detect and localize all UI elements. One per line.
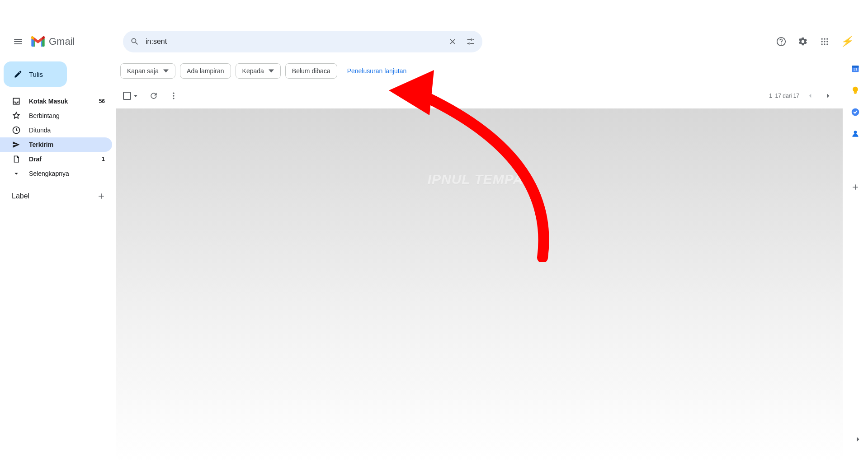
- sidebar-item-label: Ditunda: [29, 127, 105, 134]
- advanced-search-link[interactable]: Penelusuran lanjutan: [347, 67, 407, 75]
- svg-point-9: [821, 43, 823, 45]
- refresh-button[interactable]: [146, 88, 162, 104]
- apps-icon: [820, 37, 829, 46]
- sidebar-item-more[interactable]: Selengkapnya: [0, 166, 112, 181]
- chevron-down-icon: [269, 68, 274, 74]
- list-toolbar: 1–17 dari 17: [116, 85, 843, 108]
- keep-icon: [851, 86, 860, 95]
- app-title: Gmail: [49, 36, 75, 47]
- chip-has-attachment[interactable]: Ada lampiran: [180, 63, 231, 79]
- account-avatar-icon: ⚡: [840, 36, 853, 47]
- pagination-text: 1–17 dari 17: [769, 93, 799, 99]
- main-panel: Kapan saja Ada lampiran Kepada Belum dib…: [116, 56, 843, 461]
- file-icon: [12, 155, 21, 164]
- svg-point-13: [173, 93, 174, 94]
- pencil-icon: [14, 70, 23, 79]
- side-panel: 31: [843, 56, 868, 461]
- watermark-text: IPNUL TEMPAT: [428, 172, 531, 187]
- keep-app-button[interactable]: [851, 86, 860, 95]
- inbox-icon: [12, 97, 21, 106]
- chip-label: Belum dibaca: [292, 67, 330, 75]
- svg-rect-19: [854, 93, 857, 94]
- chip-to[interactable]: Kepada: [236, 63, 281, 79]
- calendar-icon: 31: [851, 64, 860, 73]
- svg-point-4: [824, 38, 825, 40]
- sidebar-item-snoozed[interactable]: Ditunda: [0, 123, 112, 137]
- gmail-icon: [31, 36, 45, 47]
- svg-point-6: [821, 41, 823, 42]
- sidebar-item-count: 56: [99, 98, 105, 104]
- svg-point-10: [824, 43, 825, 45]
- gear-icon: [798, 37, 808, 47]
- close-icon: [448, 37, 457, 46]
- send-icon: [12, 140, 21, 149]
- page-prev-button[interactable]: [803, 89, 817, 103]
- plus-icon: [97, 192, 106, 201]
- chevron-right-icon: [854, 435, 863, 444]
- sidebar-item-label: Berbintang: [29, 112, 105, 119]
- clear-search-button[interactable]: [443, 33, 462, 51]
- svg-point-3: [821, 38, 823, 40]
- chip-label: Kepada: [242, 67, 264, 75]
- select-all-control[interactable]: [123, 92, 137, 100]
- compose-label: Tulis: [29, 71, 43, 78]
- filter-chips-row: Kapan saja Ada lampiran Kepada Belum dib…: [116, 56, 843, 85]
- contacts-icon: [851, 129, 860, 138]
- star-icon: [12, 111, 21, 120]
- support-button[interactable]: [772, 33, 790, 51]
- plus-icon: [851, 183, 860, 192]
- chevron-right-icon: [824, 92, 832, 100]
- svg-point-5: [826, 38, 828, 40]
- tune-icon: [466, 37, 475, 46]
- apps-button[interactable]: [816, 33, 834, 51]
- more-vert-icon: [169, 91, 178, 100]
- sidebar: Tulis Kotak Masuk 56 Berbintang: [0, 56, 116, 461]
- app-header: Gmail: [0, 27, 868, 56]
- chip-anytime[interactable]: Kapan saja: [120, 63, 175, 79]
- account-button[interactable]: ⚡: [837, 33, 855, 51]
- more-button[interactable]: [165, 88, 182, 104]
- main-menu-button[interactable]: [7, 31, 29, 52]
- tasks-icon: [851, 108, 860, 117]
- refresh-icon: [149, 91, 158, 100]
- compose-button[interactable]: Tulis: [4, 61, 67, 87]
- chevron-down-icon: [163, 68, 169, 74]
- sidebar-item-inbox[interactable]: Kotak Masuk 56: [0, 94, 112, 108]
- chevron-left-icon: [806, 92, 814, 100]
- sidebar-item-drafts[interactable]: Draf 1: [0, 152, 112, 166]
- svg-point-15: [173, 98, 174, 99]
- pagination: 1–17 dari 17: [769, 89, 835, 103]
- sidebar-item-count: 1: [102, 156, 105, 162]
- settings-button[interactable]: [794, 33, 812, 51]
- svg-point-7: [824, 41, 825, 42]
- svg-point-21: [854, 131, 857, 134]
- tasks-app-button[interactable]: [851, 108, 860, 117]
- search-icon: [130, 37, 139, 46]
- sidebar-item-sent[interactable]: Terkirim: [0, 137, 112, 152]
- svg-point-8: [826, 41, 828, 42]
- contacts-app-button[interactable]: [851, 129, 860, 138]
- search-options-button[interactable]: [462, 33, 480, 51]
- message-list-area: IPNUL TEMPAT: [116, 108, 843, 461]
- sidebar-item-label: Draf: [29, 155, 102, 163]
- add-label-button[interactable]: [95, 190, 108, 202]
- help-icon: [776, 37, 786, 47]
- search-button[interactable]: [126, 33, 144, 51]
- calendar-app-button[interactable]: 31: [851, 64, 860, 73]
- svg-text:31: 31: [853, 67, 858, 71]
- search-bar: [123, 31, 482, 52]
- sidebar-item-label: Terkirim: [29, 141, 105, 148]
- checkbox-icon: [123, 92, 131, 100]
- sidebar-item-label: Kotak Masuk: [29, 98, 99, 105]
- side-panel-toggle[interactable]: [854, 435, 863, 446]
- svg-point-11: [826, 43, 828, 45]
- chevron-down-icon: [134, 95, 137, 97]
- gmail-logo[interactable]: Gmail: [31, 36, 75, 47]
- page-next-button[interactable]: [821, 89, 835, 103]
- clock-icon: [12, 126, 21, 135]
- get-addons-button[interactable]: [846, 178, 864, 196]
- chip-unread[interactable]: Belum dibaca: [285, 63, 337, 79]
- chip-label: Ada lampiran: [187, 67, 224, 75]
- search-input[interactable]: [144, 38, 443, 46]
- sidebar-item-starred[interactable]: Berbintang: [0, 108, 112, 123]
